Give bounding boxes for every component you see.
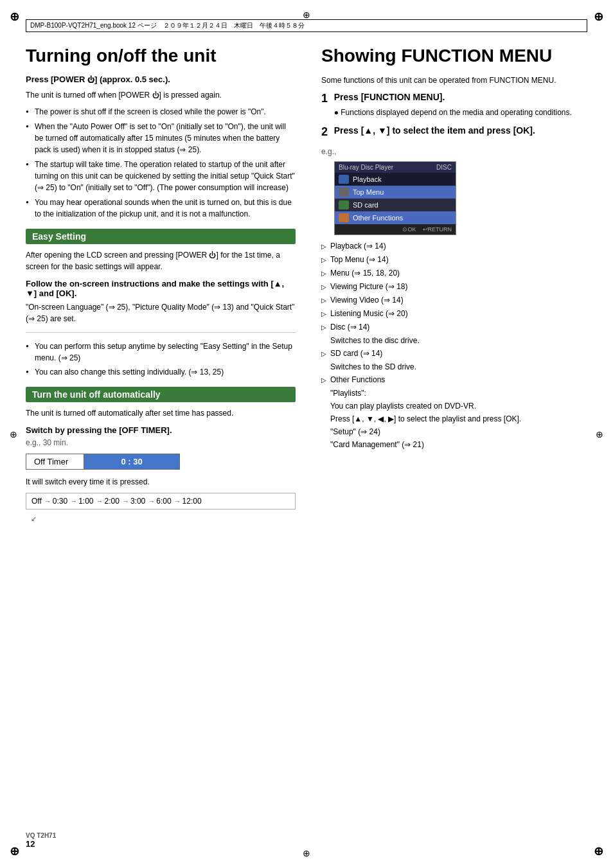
step-2: 2 Press [▲, ▼] to select the item and pr… [321, 125, 587, 141]
topmenu-icon [339, 188, 349, 197]
off-timer-subheading: Switch by pressing the [OFF TIMER]. [26, 425, 296, 435]
list-sub-playlists-detail: You can play playlists created on DVD-VR… [321, 400, 587, 412]
switch-text: It will switch every time it is pressed. [26, 476, 296, 488]
menu-item-topmenu-label: Top Menu [353, 188, 384, 196]
timer-value: 0 : 30 [84, 454, 179, 469]
menu-ok: ⊙OK [402, 226, 416, 233]
step-2-heading: Press [▲, ▼] to select the item and pres… [334, 125, 584, 137]
cycle-arrow: ↙ [26, 515, 296, 523]
seq-100: 1:00 [78, 497, 93, 506]
list-item-disc: Disc (⇒ 14) [321, 321, 587, 333]
auto-off-header: Turn the unit off automatically [26, 387, 296, 402]
timer-sequence: Off → 0:30 → 1:00 → 2:00 → 3:00 → 6:00 →… [26, 493, 296, 509]
other-icon [339, 213, 349, 222]
step-1: 1 Press [FUNCTION MENU]. ● Functions dis… [321, 91, 587, 119]
divider-1 [26, 332, 296, 333]
header-bar: DMP-B100P-VQT2H71_eng.book 12 ページ ２０９年１２… [26, 19, 587, 32]
seq-030: 0:30 [53, 497, 67, 506]
list-item-otherfunc: Other Functions [321, 374, 587, 385]
easy-setting-detail: "On-screen Language" (⇒ 25), "Picture Qu… [26, 301, 296, 324]
auto-off-body: The unit is turned off automatically aft… [26, 407, 296, 419]
menu-item-sdcard-label: SD card [353, 201, 378, 209]
timer-display: Off Timer 0 : 30 [26, 454, 180, 470]
bullet-3: The startup will take time. The operatio… [26, 159, 296, 193]
list-sub-playlists-instruction: Press [▲, ▼, ◀, ▶] to select the playlis… [321, 413, 587, 425]
menu-footer: ⊙OK ↩RETURN [335, 224, 456, 235]
easy-setting-header: Easy Setting [26, 229, 296, 244]
bullet-1: The power is shut off if the screen is c… [26, 106, 296, 118]
easy-bullet-1: You can perform this setup anytime by se… [26, 341, 296, 364]
seq-600: 6:00 [156, 497, 171, 506]
header-text: DMP-B100P-VQT2H71_eng.book 12 ページ ２０９年１２… [30, 22, 305, 29]
easy-setting-body: After opening the LCD screen and pressin… [26, 249, 296, 272]
right-column: Showing FUNCTION MENU Some functions of … [321, 45, 587, 523]
list-sub-playlists-label: "Playlists": [321, 387, 587, 399]
seq-off: Off [31, 497, 42, 506]
list-sub-disc: Switches to the disc drive. [321, 335, 587, 346]
right-intro: Some functions of this unit can be opera… [321, 75, 587, 86]
step-1-content: Press [FUNCTION MENU]. ● Functions displ… [334, 91, 584, 119]
step-1-detail: ● Functions displayed depend on the medi… [334, 107, 584, 118]
page-number: VQ T2H71 12 [26, 832, 56, 849]
playback-icon [339, 175, 349, 184]
list-item-playback: Playback (⇒ 14) [321, 240, 587, 252]
step-2-content: Press [▲, ▼] to select the item and pres… [334, 125, 584, 141]
seq-200: 2:00 [105, 497, 120, 506]
menu-return: ↩RETURN [423, 226, 452, 233]
list-item-topmenu: Top Menu (⇒ 14) [321, 254, 587, 265]
menu-header-left: Blu-ray Disc Player [339, 164, 393, 171]
right-title: Showing FUNCTION MENU [321, 45, 587, 67]
list-item-music: Listening Music (⇒ 20) [321, 308, 587, 319]
list-item-viewvid: Viewing Video (⇒ 14) [321, 294, 587, 306]
step-2-num: 2 [321, 125, 328, 139]
seq-1200: 12:00 [182, 497, 202, 506]
list-item-menu: Menu (⇒ 15, 18, 20) [321, 267, 587, 279]
list-sub-setup: "Setup" (⇒ 24) [321, 426, 587, 438]
bullet-4: You may hear operational sounds when the… [26, 197, 296, 220]
right-eg: e.g., [321, 147, 587, 156]
menu-header-right: DISC [436, 164, 452, 171]
bluray-menu: Blu-ray Disc Player DISC Playback Top Me… [334, 161, 456, 235]
menu-item-sdcard: SD card [335, 199, 456, 211]
step-1-num: 1 [321, 91, 328, 106]
left-column: Turning on/off the unit Press [POWER ⏻] … [26, 45, 296, 523]
body-text-1: The unit is turned off when [POWER ⏻] is… [26, 89, 296, 101]
list-item-viewpic: Viewing Picture (⇒ 18) [321, 281, 587, 292]
eg-text: e.g., 30 min. [26, 438, 296, 447]
menu-item-playback: Playback [335, 173, 456, 186]
left-title: Turning on/off the unit [26, 45, 296, 67]
list-item-sdcard: SD card (⇒ 14) [321, 348, 587, 359]
menu-header: Blu-ray Disc Player DISC [335, 162, 456, 173]
menu-item-topmenu: Top Menu [335, 186, 456, 199]
list-sub-sdcard: Switches to the SD drive. [321, 361, 587, 373]
step-1-heading: Press [FUNCTION MENU]. [334, 91, 584, 104]
list-sub-card: "Card Management" (⇒ 21) [321, 439, 587, 450]
menu-item-other: Other Functions [335, 211, 456, 224]
page-num-text: 12 [26, 839, 35, 849]
easy-setting-subheading: Follow the on-screen instructions and ma… [26, 279, 296, 298]
sdcard-icon [339, 200, 349, 209]
seq-300: 3:00 [130, 497, 145, 506]
easy-bullet-2: You can also change this setting individ… [26, 366, 296, 378]
timer-label: Off Timer [26, 454, 84, 469]
vq-label: VQ T2H71 [26, 832, 56, 839]
menu-item-playback-label: Playback [353, 175, 382, 183]
power-subheading: Press [POWER ⏻] (approx. 0.5 sec.). [26, 75, 296, 84]
menu-item-other-label: Other Functions [353, 214, 403, 222]
bullet-2: When the "Auto Power Off" is set to "On"… [26, 121, 296, 155]
